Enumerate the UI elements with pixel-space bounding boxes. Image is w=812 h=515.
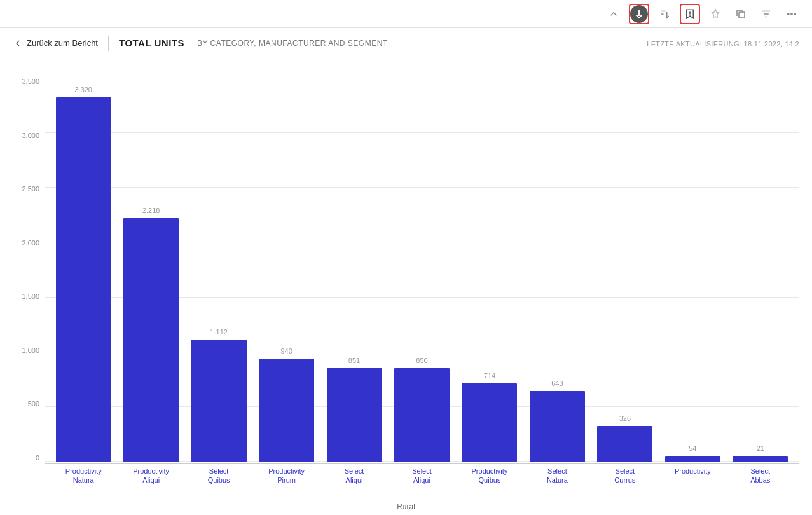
x-labels: ProductivityNaturaProductivityAliquiSele… <box>45 464 799 500</box>
bar-group[interactable]: 3.320 <box>51 78 116 462</box>
rural-label: Rural <box>13 500 799 515</box>
x-label-line1: Select <box>547 467 567 476</box>
bar: 21 <box>733 456 788 462</box>
bars-area: 3.3202.2181.1129408518507146433265421 Pr… <box>45 65 799 500</box>
bar-group[interactable]: 643 <box>525 78 589 462</box>
last-update: LETZTE AKTUALISIERUNG: 18.11.2022, 14:2 <box>647 38 799 49</box>
header-divider <box>108 36 109 51</box>
bars-row: 3.3202.2181.1129408518507146433265421 <box>45 78 799 462</box>
x-label-group: ProductivityNatura <box>51 464 116 500</box>
x-label-group: ProductivityPirum <box>254 464 319 500</box>
bar-value-label: 326 <box>619 415 631 422</box>
bar-value-label: 850 <box>416 357 427 364</box>
x-label-group: SelectQuibus <box>186 464 251 500</box>
x-label-line1: Productivity <box>675 467 711 476</box>
y-axis-label: 3.000 <box>13 132 45 139</box>
x-label-line1: Productivity <box>472 467 508 476</box>
header-left: Zurück zum Bericht TOTAL UNITS BY CATEGO… <box>13 36 388 51</box>
svg-point-10 <box>794 13 795 14</box>
chart-title: TOTAL UNITS <box>119 38 184 48</box>
sort-desc-icon[interactable] <box>654 4 675 24</box>
svg-rect-4 <box>739 12 745 18</box>
bar-value-label: 714 <box>484 372 495 380</box>
y-axis-label: 1.000 <box>13 347 45 354</box>
bar-value-label: 1.112 <box>210 328 228 336</box>
y-axis-label: 3.500 <box>13 78 45 85</box>
x-label-group: SelectNatura <box>525 464 589 500</box>
bar-group[interactable]: 21 <box>728 78 793 462</box>
last-update-text: LETZTE AKTUALISIERUNG: 18.11.2022, 14:2 <box>647 40 799 48</box>
x-label-group: SelectAbbas <box>728 464 793 500</box>
pin-icon[interactable] <box>705 4 726 24</box>
bar-group[interactable]: 714 <box>457 78 522 462</box>
x-label-group: ProductivityQuibus <box>457 464 522 500</box>
chart-area: 3.5003.0002.5002.0001.5001.0005000 3.320… <box>0 58 812 515</box>
y-axis-label: 500 <box>13 400 45 408</box>
bar: 326 <box>597 426 652 462</box>
x-label-line2: Abbas <box>750 476 770 484</box>
x-label-line1: Select <box>412 467 432 476</box>
bar-group[interactable]: 850 <box>389 78 454 462</box>
chart-inner: 3.5003.0002.5002.0001.5001.0005000 3.320… <box>13 65 799 500</box>
bookmark-icon[interactable] <box>680 4 700 24</box>
x-label-line2: Natura <box>547 476 568 484</box>
copy-icon[interactable] <box>731 4 751 24</box>
x-label-line1: Select <box>209 467 229 476</box>
bar: 3.320 <box>56 97 111 462</box>
x-label-line2: Aliqui <box>413 476 430 484</box>
bar: 850 <box>394 368 450 462</box>
y-axis-label: 2.500 <box>13 185 45 193</box>
x-label-line1: Select <box>750 467 770 476</box>
x-label-line1: Productivity <box>268 467 305 476</box>
back-button[interactable]: Zurück zum Bericht <box>13 38 98 48</box>
chart-container: 3.5003.0002.5002.0001.5001.0005000 3.320… <box>13 65 799 515</box>
bar-value-label: 643 <box>551 380 563 387</box>
x-label-line2: Natura <box>73 476 94 484</box>
x-label-line2: Aliqui <box>142 476 160 484</box>
bar-value-label: 21 <box>757 444 764 452</box>
header-bar: Zurück zum Bericht TOTAL UNITS BY CATEGO… <box>0 28 812 58</box>
filter-icon[interactable] <box>756 4 776 24</box>
bar: 54 <box>665 456 720 462</box>
chart-subtitle: BY CATEGORY, MANUFACTURER AND SEGMENT <box>197 39 388 48</box>
bar: 851 <box>327 368 382 462</box>
bar-value-label: 940 <box>280 347 292 355</box>
bar: 2.218 <box>123 218 179 462</box>
toolbar <box>0 0 812 28</box>
bar-group[interactable]: 1.112 <box>186 78 251 462</box>
x-label-group: ProductivityAliqui <box>118 464 183 500</box>
y-axis-label: 1.500 <box>13 292 45 300</box>
y-axis-label: 2.000 <box>13 239 45 247</box>
bar: 940 <box>259 359 314 462</box>
bar-group[interactable]: 2.218 <box>118 78 183 462</box>
arrow-up-icon[interactable] <box>603 4 624 24</box>
x-label-line1: Select <box>345 467 364 476</box>
bar-group[interactable]: 940 <box>254 78 319 462</box>
x-label-line1: Productivity <box>133 467 169 476</box>
x-label-line2: Quibus <box>479 476 501 484</box>
x-label-group: Productivity <box>660 464 725 500</box>
bar-group[interactable]: 326 <box>593 78 657 462</box>
bar: 714 <box>462 383 517 462</box>
x-label-line2: Quibus <box>208 476 230 484</box>
x-label-group: SelectAliqui <box>389 464 454 500</box>
bar-group[interactable]: 54 <box>660 78 725 462</box>
svg-point-9 <box>791 13 792 14</box>
y-axis: 3.5003.0002.5002.0001.5001.0005000 <box>13 65 45 500</box>
bar-group[interactable]: 851 <box>322 78 387 462</box>
x-label-line1: Select <box>616 467 635 476</box>
x-label-line1: Productivity <box>65 467 102 476</box>
more-icon[interactable] <box>781 4 802 24</box>
x-label-group: SelectCurrus <box>593 464 657 500</box>
bar-value-label: 851 <box>348 357 360 364</box>
svg-point-8 <box>788 13 789 14</box>
back-label: Zurück zum Bericht <box>27 38 98 48</box>
bar: 643 <box>530 391 585 462</box>
bar-value-label: 54 <box>689 444 696 452</box>
bar-value-label: 3.320 <box>74 86 92 93</box>
bar-value-label: 2.218 <box>142 207 160 214</box>
download-icon-wrapper[interactable] <box>629 4 649 24</box>
x-label-group: SelectAliqui <box>322 464 387 500</box>
y-axis-label: 0 <box>13 454 45 462</box>
bar: 1.112 <box>191 340 247 462</box>
